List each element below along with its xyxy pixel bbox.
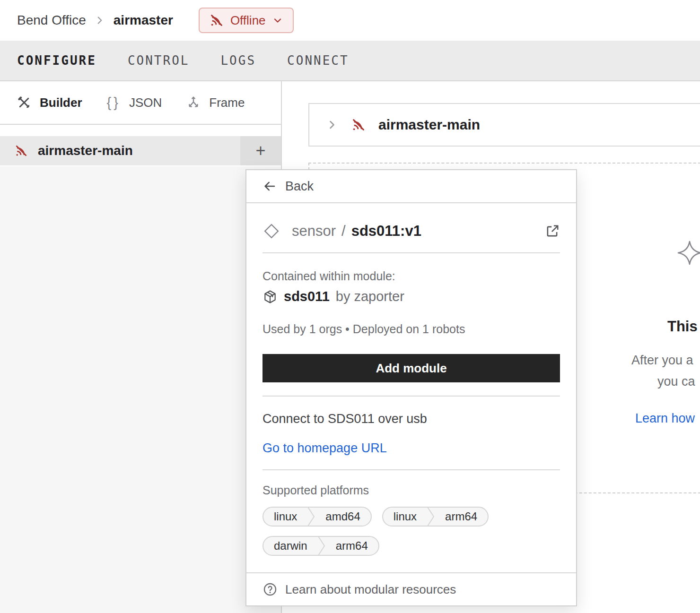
divider [262,396,560,397]
tab-connect[interactable]: CONNECT [287,53,349,68]
learn-how-link[interactable]: Learn how [635,411,695,426]
empty-state-text-fragment: you ca [657,374,695,389]
pill-separator-chevron [307,507,315,527]
module-description: Connect to SDS011 over usb [262,412,560,426]
learn-modular-resources-link[interactable]: Learn about modular resources [246,572,576,605]
sparkle-icon [677,240,700,266]
platform-badge: linux arm64 [382,507,489,527]
resource-title-separator: / [341,223,346,240]
wifi-off-icon [209,13,224,28]
platform-badge: darwin arm64 [262,536,379,556]
resource-model: sds011:v1 [351,223,421,240]
mode-json-label: JSON [129,95,162,110]
status-label: Offline [230,13,266,28]
back-button[interactable]: Back [246,170,576,203]
pill-separator-chevron [427,507,435,527]
platform-arch: arm64 [325,539,378,553]
part-card-header[interactable]: airmaster-main [308,103,700,147]
sidebar-part-name: airmaster-main [38,143,133,158]
platform-badge: linux amd64 [262,507,372,527]
external-link-icon [544,224,560,239]
sidebar-part-row[interactable]: airmaster-main + [0,136,281,165]
tab-control[interactable]: CONTROL [128,53,190,68]
back-label: Back [285,179,314,194]
json-braces-icon: {} [107,95,121,111]
popover-body: sensor / sds011:v1 Contained within modu… [246,222,576,556]
platform-os: darwin [263,539,318,553]
mode-frame[interactable]: Frame [186,95,245,110]
add-module-button[interactable]: Add module [262,354,560,382]
platform-arch: amd64 [315,510,370,523]
wifi-off-icon [14,144,28,158]
platform-arch: arm64 [435,510,488,523]
configure-mode-switcher: Builder {} JSON Frame [0,81,282,125]
divider [262,252,560,253]
diamond-icon [262,222,280,240]
homepage-url-link[interactable]: Go to homepage URL [262,441,560,456]
module-line: sds011 by zaporter [262,289,560,304]
resource-title-row: sensor / sds011:v1 [262,222,560,240]
topbar: Bend Office airmaster Offline [0,0,700,41]
wifi-off-icon [351,117,366,132]
sidebar-background [0,166,281,613]
add-resource-button[interactable]: + [240,136,281,165]
machine-nav-tabs: CONFIGURE CONTROL LOGS CONNECT [0,41,700,81]
platform-os: linux [263,510,307,523]
mode-builder[interactable]: Builder [17,95,82,110]
frame-axes-icon [186,95,201,110]
breadcrumb: Bend Office airmaster [17,13,173,28]
builder-tools-icon [17,95,31,110]
arrow-left-icon [262,179,277,193]
module-detail-popover: Back sensor / sds011:v1 Cont [245,169,577,606]
mode-json[interactable]: {} JSON [107,95,162,111]
machine-status-dropdown[interactable]: Offline [199,8,294,33]
module-name: sds011 [284,289,330,304]
module-usage-stats: Used by 1 orgs • Deployed on 1 robots [262,322,560,336]
platform-badges: linux amd64 linux arm64 darwin arm64 [262,507,508,556]
chevron-right-icon [325,118,339,131]
tab-logs[interactable]: LOGS [220,53,256,68]
chevron-right-icon [94,14,106,26]
open-in-registry-button[interactable] [544,224,560,239]
breadcrumb-machine: airmaster [114,13,173,28]
module-section-heading: Contained within module: [262,269,560,283]
empty-state-text-fragment: After you a [631,353,693,368]
tab-configure[interactable]: CONFIGURE [17,53,96,68]
resources-sidebar: airmaster-main + [0,125,282,613]
footer-link-label: Learn about modular resources [285,582,456,597]
breadcrumb-org[interactable]: Bend Office [17,13,86,28]
module-author: by zaporter [336,289,404,304]
platform-os: linux [383,510,427,523]
pill-separator-chevron [318,536,325,556]
question-circle-icon [262,582,278,597]
divider [262,469,560,470]
package-icon [262,289,278,304]
chevron-down-icon [272,15,283,26]
mode-frame-label: Frame [209,95,245,110]
part-card-title: airmaster-main [378,117,480,133]
supported-platforms-heading: Supported platforms [262,483,560,497]
empty-state-title-fragment: This [667,318,698,335]
mode-builder-label: Builder [40,95,82,110]
resource-type: sensor [292,223,336,240]
viam-machine-page: Bend Office airmaster Offline CONFIGURE … [0,0,700,613]
